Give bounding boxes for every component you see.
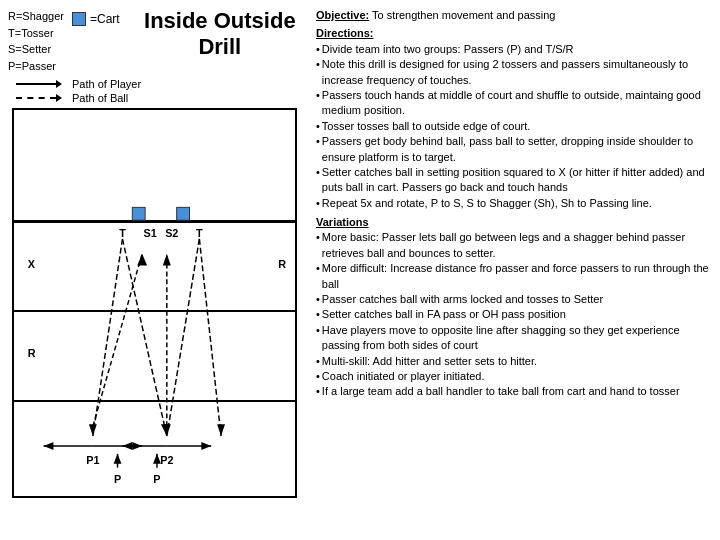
var-bullet-8: •If a large team add a ball handler to t… <box>316 384 712 399</box>
legend-block: R=Shagger T=Tosser S=Setter P=Passer <box>8 8 64 74</box>
ball-path-legend: Path of Ball <box>16 92 308 104</box>
svg-text:S2: S2 <box>165 227 178 239</box>
svg-marker-34 <box>137 254 147 266</box>
svg-text:P1: P1 <box>86 454 99 466</box>
svg-text:P: P <box>114 473 121 485</box>
svg-marker-36 <box>163 254 171 266</box>
right-panel: Objective: To strengthen movement and pa… <box>316 8 712 532</box>
court-diagram: T S1 S2 T X R R <box>12 108 297 498</box>
cart-icon <box>72 12 86 26</box>
directions-bullets: •Divide team into two groups: Passers (P… <box>316 42 712 211</box>
svg-rect-0 <box>132 207 145 220</box>
svg-marker-30 <box>114 454 122 464</box>
svg-marker-24 <box>201 442 211 450</box>
svg-marker-22 <box>122 442 132 450</box>
svg-text:R: R <box>28 347 36 359</box>
svg-line-11 <box>122 239 166 436</box>
path-legend: Path of Player Path of Ball <box>16 78 308 104</box>
legend-setter: S=Setter <box>8 41 64 58</box>
court-svg: T S1 S2 T X R R <box>14 110 295 496</box>
player-path-label: Path of Player <box>72 78 141 90</box>
bullet-6: •Setter catches ball in setting position… <box>316 165 712 196</box>
bullet-7: •Repeat 5x and rotate, P to S, S to Shag… <box>316 196 712 211</box>
legend-shagger: R=Shagger <box>8 8 64 25</box>
var-bullet-4: •Setter catches ball in FA pass or OH pa… <box>316 307 712 322</box>
svg-text:S1: S1 <box>143 227 156 239</box>
svg-line-9 <box>93 239 123 436</box>
solid-arrow-icon <box>16 80 66 88</box>
legend-passer: P=Passer <box>8 58 64 75</box>
bullet-3: •Passers touch hands at middle of court … <box>316 88 712 119</box>
bullet-4: •Tosser tosses ball to outside edge of c… <box>316 119 712 134</box>
svg-text:T: T <box>119 227 126 239</box>
bullet-2: •Note this drill is designed for using 2… <box>316 57 712 88</box>
cart-label: =Cart <box>90 12 120 26</box>
var-bullet-7: •Coach initiated or player initiated. <box>316 369 712 384</box>
objective-section: Objective: To strengthen movement and pa… <box>316 8 712 23</box>
var-bullet-1: •More basic: Passer lets ball go between… <box>316 230 712 261</box>
ball-path-label: Path of Ball <box>72 92 128 104</box>
svg-text:T: T <box>196 227 203 239</box>
var-bullet-5: •Have players move to opposite line afte… <box>316 323 712 354</box>
svg-line-13 <box>167 239 200 436</box>
svg-rect-1 <box>177 207 190 220</box>
svg-text:P2: P2 <box>160 454 173 466</box>
svg-marker-18 <box>44 442 54 450</box>
legend-tosser: T=Tosser <box>8 25 64 42</box>
svg-text:P: P <box>153 473 160 485</box>
directions-label: Directions: <box>316 26 712 41</box>
svg-text:X: X <box>28 258 36 270</box>
svg-line-33 <box>93 254 142 427</box>
player-path-legend: Path of Player <box>16 78 308 90</box>
objective-text: To strengthen movement and passing <box>369 9 555 21</box>
objective-label: Objective: <box>316 9 369 21</box>
dashed-arrow-icon <box>16 94 66 102</box>
svg-line-15 <box>199 239 221 436</box>
variations-bullets: •More basic: Passer lets ball go between… <box>316 230 712 399</box>
var-bullet-6: •Multi-skill: Add hitter and setter sets… <box>316 354 712 369</box>
bullet-5: •Passers get body behind ball, pass ball… <box>316 134 712 165</box>
bullet-1: •Divide team into two groups: Passers (P… <box>316 42 712 57</box>
variations-label: Variations <box>316 215 712 230</box>
var-bullet-2: •More difficult: Increase distance fro p… <box>316 261 712 292</box>
var-bullet-3: •Passer catches ball with arms locked an… <box>316 292 712 307</box>
svg-marker-16 <box>217 424 225 436</box>
drill-title: Inside Outside Drill <box>132 8 308 60</box>
svg-text:R: R <box>278 258 286 270</box>
